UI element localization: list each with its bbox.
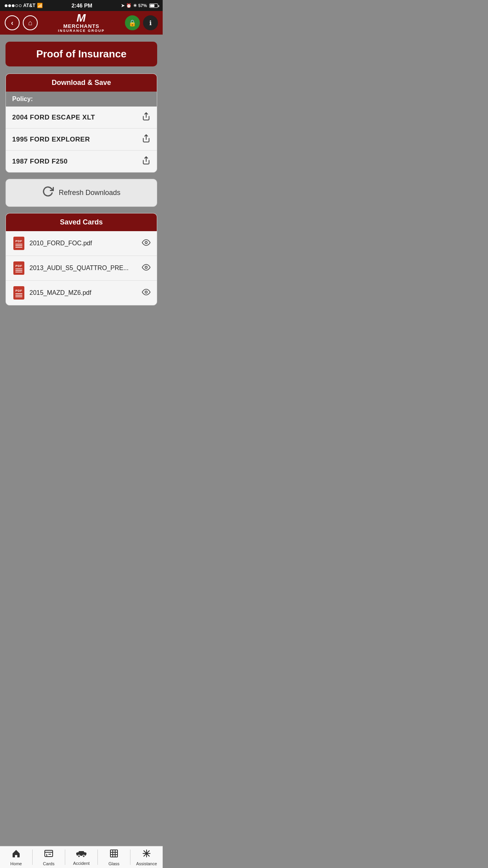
alarm-icon: ⏰ (126, 3, 132, 8)
download-section: Download & Save Policy: 2004 FORD ESCAPE… (6, 74, 157, 173)
status-right: ➤ ⏰ ✳ 57% (121, 3, 158, 8)
nav-bar: ‹ ⌂ M MERCHANTS INSURANCE GROUP 🔒 ℹ (0, 11, 163, 35)
location-icon: ➤ (121, 3, 125, 8)
saved-file-3-left: PDF 2015_MAZD_MZ6.pdf (12, 286, 91, 300)
refresh-button[interactable]: Refresh Downloads (6, 179, 157, 207)
saved-file-name-3: 2015_MAZD_MZ6.pdf (29, 289, 91, 296)
vehicle-item-1[interactable]: 2004 FORD ESCAPE XLT (6, 107, 157, 129)
page-title-bar: Proof of Insurance (6, 42, 157, 66)
vehicle-label-3: 1987 FORD F250 (12, 158, 68, 166)
share-icon-3 (142, 156, 150, 167)
policy-label: Policy: (12, 96, 33, 102)
wifi-icon: 📶 (37, 3, 43, 8)
refresh-icon (42, 186, 54, 200)
pdf-icon-1: PDF (12, 237, 26, 250)
svg-point-5 (145, 291, 147, 293)
bluetooth-icon: ✳ (133, 3, 137, 8)
policy-label-row: Policy: (6, 92, 157, 107)
logo-m: M (58, 13, 105, 24)
home-button[interactable]: ⌂ (23, 15, 38, 30)
saved-file-2-left: PDF 2013_AUDI_S5_QUATTRO_PRE... (12, 261, 128, 275)
time-label: 2:46 PM (72, 2, 92, 9)
signal-icon (5, 4, 22, 7)
svg-point-3 (145, 241, 147, 244)
logo-subtitle: INSURANCE GROUP (58, 29, 105, 33)
carrier-label: AT&T (23, 3, 35, 8)
eye-icon-2 (142, 263, 150, 274)
info-button[interactable]: ℹ (143, 15, 158, 30)
vehicle-label-2: 1995 FORD EXPLORER (12, 136, 90, 143)
saved-cards-header-text: Saved Cards (60, 218, 103, 226)
vehicle-item-3[interactable]: 1987 FORD F250 (6, 151, 157, 172)
main-content: Proof of Insurance Download & Save Polic… (0, 35, 163, 319)
battery-label: 57% (138, 3, 147, 8)
download-header-text: Download & Save (51, 79, 111, 86)
saved-cards-header: Saved Cards (6, 213, 157, 231)
saved-file-name-1: 2010_FORD_FOC.pdf (29, 240, 92, 247)
saved-file-3[interactable]: PDF 2015_MAZD_MZ6.pdf (6, 281, 157, 305)
vehicle-item-2[interactable]: 1995 FORD EXPLORER (6, 129, 157, 151)
pdf-icon-3: PDF (12, 286, 26, 300)
eye-icon-3 (142, 288, 150, 298)
app-logo: M MERCHANTS INSURANCE GROUP (58, 13, 105, 33)
status-bar: AT&T 📶 2:46 PM ➤ ⏰ ✳ 57% (0, 0, 163, 11)
page-title: Proof of Insurance (36, 48, 127, 60)
logo-name: MERCHANTS (58, 24, 105, 29)
share-icon-2 (142, 134, 150, 145)
saved-file-1-left: PDF 2010_FORD_FOC.pdf (12, 237, 92, 250)
back-button[interactable]: ‹ (5, 15, 20, 30)
share-icon-1 (142, 112, 150, 123)
saved-file-2[interactable]: PDF 2013_AUDI_S5_QUATTRO_PRE... (6, 256, 157, 281)
vehicle-label-1: 2004 FORD ESCAPE XLT (12, 114, 95, 121)
nav-left: ‹ ⌂ (5, 15, 38, 30)
status-left: AT&T 📶 (5, 3, 43, 8)
saved-file-name-2: 2013_AUDI_S5_QUATTRO_PRE... (29, 265, 128, 272)
refresh-label: Refresh Downloads (59, 189, 120, 197)
nav-right: 🔒 ℹ (125, 15, 158, 30)
battery-icon (149, 4, 158, 8)
pdf-icon-2: PDF (12, 261, 26, 275)
eye-icon-1 (142, 238, 150, 249)
svg-point-4 (145, 266, 147, 268)
saved-file-1[interactable]: PDF 2010_FORD_FOC.pdf (6, 231, 157, 256)
lock-button[interactable]: 🔒 (125, 15, 140, 30)
saved-cards-section: Saved Cards PDF 2010_FORD_FOC.pdf (6, 213, 157, 305)
download-header: Download & Save (6, 74, 157, 92)
